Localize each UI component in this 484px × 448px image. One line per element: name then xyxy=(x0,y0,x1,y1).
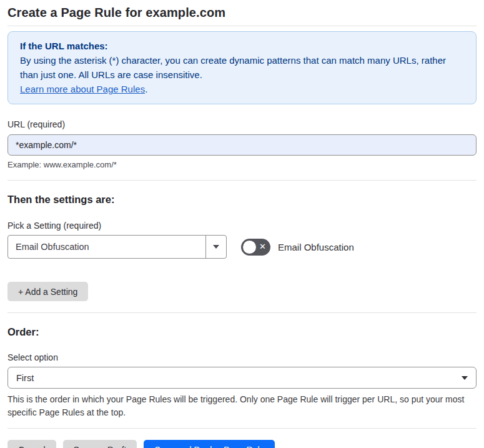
url-example-text: Example: www.example.com/* xyxy=(7,160,477,169)
toggle-knob xyxy=(243,241,256,254)
setting-select[interactable]: Email Obfuscation xyxy=(7,235,227,259)
url-match-info-box: If the URL matches: By using the asteris… xyxy=(7,31,477,104)
url-label: URL (required) xyxy=(7,119,477,129)
setting-row: Email Obfuscation ✕ Email Obfuscation xyxy=(7,235,477,259)
pick-setting-label: Pick a Setting (required) xyxy=(7,221,477,231)
toggle-label: Email Obfuscation xyxy=(278,242,354,252)
order-select-label: Select option xyxy=(7,352,477,362)
order-select-value: First xyxy=(16,373,34,383)
url-input[interactable] xyxy=(7,134,477,156)
settings-heading: Then the settings are: xyxy=(7,194,477,206)
divider xyxy=(7,312,477,313)
divider xyxy=(7,26,477,26)
info-box-link-line: Learn more about Page Rules. xyxy=(20,82,464,96)
order-helper-text: This is the order in which your Page Rul… xyxy=(7,393,470,419)
setting-select-arrow-button[interactable] xyxy=(205,236,226,258)
order-select[interactable]: First xyxy=(7,367,477,389)
cancel-button[interactable]: Cancel xyxy=(7,440,56,448)
divider xyxy=(7,180,477,181)
save-as-draft-button[interactable]: Save as Draft xyxy=(63,440,137,448)
info-box-body: By using the asterisk (*) character, you… xyxy=(20,53,464,82)
save-and-deploy-button[interactable]: Save and Deploy Page Rule xyxy=(144,440,275,448)
order-heading: Order: xyxy=(7,326,477,338)
add-setting-button[interactable]: + Add a Setting xyxy=(7,282,88,301)
setting-select-value: Email Obfuscation xyxy=(8,236,205,258)
toggle-off-x-icon: ✕ xyxy=(259,242,266,251)
link-suffix: . xyxy=(145,84,147,94)
learn-more-link[interactable]: Learn more about Page Rules xyxy=(20,84,145,94)
chevron-down-icon xyxy=(462,376,468,380)
info-box-heading: If the URL matches: xyxy=(20,39,464,53)
divider xyxy=(7,428,477,429)
email-obfuscation-toggle[interactable]: ✕ xyxy=(241,239,270,256)
page-rule-form: Create a Page Rule for example.com If th… xyxy=(0,0,484,448)
email-obfuscation-toggle-group: ✕ Email Obfuscation xyxy=(241,239,354,256)
page-title: Create a Page Rule for example.com xyxy=(7,0,477,20)
footer-actions: Cancel Save as Draft Save and Deploy Pag… xyxy=(7,440,477,448)
chevron-down-icon xyxy=(213,245,219,249)
